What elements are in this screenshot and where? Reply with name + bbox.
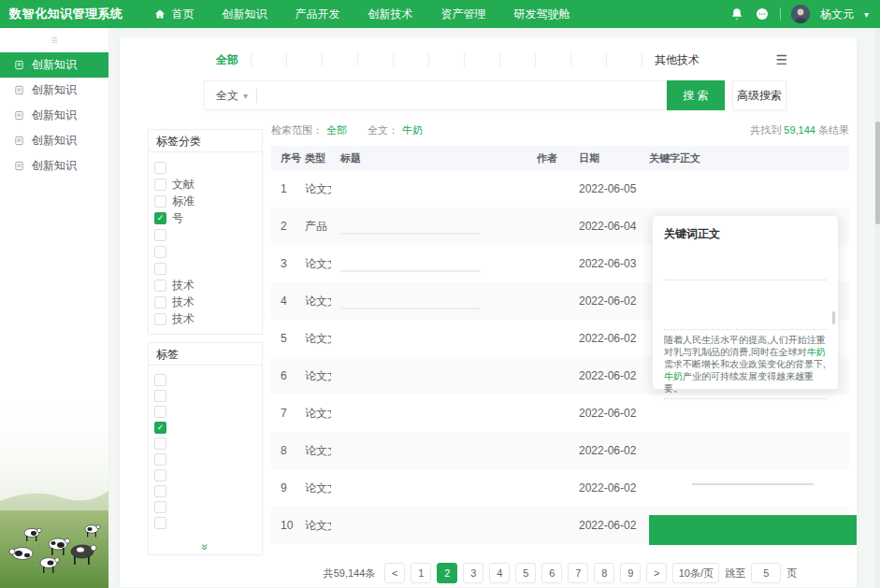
table-row[interactable]: 9论文文献2022-06-02: [271, 469, 849, 507]
nav-item-5[interactable]: 资产管理: [427, 0, 500, 28]
nav-item-6[interactable]: 研发驾驶舱: [500, 0, 584, 28]
user-name[interactable]: 杨文元: [820, 7, 854, 22]
page-button-5[interactable]: 5: [515, 563, 536, 583]
page-button-1[interactable]: 1: [411, 563, 431, 583]
row-author: [527, 208, 570, 245]
popup-scrollbar[interactable]: [832, 311, 835, 324]
page-button-4[interactable]: 4: [489, 563, 510, 583]
row-date: 2022-06-05: [570, 170, 640, 208]
message-icon[interactable]: [755, 7, 770, 22]
page-button-2[interactable]: 2: [437, 563, 457, 583]
nav-item-1[interactable]: 首页: [138, 0, 209, 28]
tag-category-option-2[interactable]: 文献: [154, 176, 256, 193]
tab-8[interactable]: [464, 53, 499, 66]
nav-item-2[interactable]: 创新知识: [209, 0, 281, 28]
tag-category-option-4[interactable]: ✓号: [154, 209, 256, 226]
page-button-8[interactable]: 8: [594, 563, 614, 583]
sidebar-item-2[interactable]: 创新知识: [0, 78, 108, 103]
tag-category-option-9[interactable]: 技术: [154, 294, 256, 310]
checkbox-icon[interactable]: [154, 517, 166, 529]
tag-option-4[interactable]: ✓: [154, 420, 256, 436]
bell-icon[interactable]: [729, 7, 744, 22]
chevron-down-icon[interactable]: ▾: [864, 9, 869, 20]
page-scrollbar[interactable]: [875, 28, 880, 588]
jump-page-input[interactable]: [751, 563, 781, 583]
tab-7[interactable]: [428, 53, 464, 66]
sidebar-item-5[interactable]: 创新知识: [0, 153, 108, 179]
page-size-select[interactable]: 10条/页: [672, 563, 719, 583]
search-scope-select[interactable]: 全文 ▾: [205, 88, 256, 104]
tab-6[interactable]: [393, 53, 428, 66]
checkbox-icon[interactable]: [154, 263, 166, 275]
tag-option-10[interactable]: [154, 515, 256, 531]
tab-11[interactable]: [570, 53, 606, 66]
advanced-search-button[interactable]: 高级搜索: [732, 80, 786, 110]
checkbox-icon[interactable]: [154, 162, 166, 174]
checkbox-checked-icon[interactable]: ✓: [154, 212, 166, 224]
tag-option-2[interactable]: [154, 388, 256, 404]
sidebar-item-4[interactable]: 创新知识: [0, 128, 108, 153]
user-avatar[interactable]: [791, 5, 810, 23]
checkbox-icon[interactable]: [154, 501, 166, 513]
page-button-6[interactable]: 6: [541, 563, 562, 583]
tag-category-option-1[interactable]: [154, 159, 256, 176]
tab-4[interactable]: [322, 53, 357, 66]
tab-5[interactable]: [357, 53, 393, 66]
expand-more-icon[interactable]: »: [199, 544, 212, 551]
tag-option-5[interactable]: [154, 436, 256, 452]
tab-1[interactable]: 全部: [204, 53, 251, 66]
checkbox-icon[interactable]: [154, 437, 166, 450]
checkbox-icon[interactable]: [154, 390, 166, 402]
tab-9[interactable]: [499, 53, 535, 66]
tab-2[interactable]: [251, 53, 286, 66]
search-input[interactable]: [257, 81, 666, 109]
checkbox-icon[interactable]: [154, 453, 166, 466]
checkbox-icon[interactable]: [154, 485, 166, 497]
collapse-sidebar-icon[interactable]: ≡: [0, 28, 108, 52]
tag-category-option-label: 标准: [172, 194, 195, 209]
tag-category-option-3[interactable]: 标准: [154, 193, 256, 209]
tab-12[interactable]: [606, 53, 642, 66]
page-button-7[interactable]: 7: [568, 563, 588, 583]
tag-option-1[interactable]: [154, 372, 256, 388]
prev-page-button[interactable]: <: [384, 563, 405, 583]
nav-item-3[interactable]: 产品开发: [281, 0, 354, 28]
checkbox-icon[interactable]: [154, 195, 166, 208]
page-scrollbar-thumb[interactable]: [875, 122, 880, 224]
tab-10[interactable]: [535, 53, 570, 66]
tag-option-6[interactable]: [154, 452, 256, 467]
nav-item-4[interactable]: 创新技术: [354, 0, 427, 28]
row-title: [331, 208, 527, 245]
tag-category-option-6[interactable]: [154, 243, 256, 260]
tab-3[interactable]: [286, 53, 322, 66]
tag-option-8[interactable]: [154, 483, 256, 499]
checkbox-icon[interactable]: [154, 296, 166, 308]
menu-icon[interactable]: ☰: [775, 52, 787, 67]
checkbox-icon[interactable]: [154, 313, 166, 325]
sidebar-item-1[interactable]: 创新知识: [0, 52, 108, 78]
tab-13[interactable]: 其他技术: [642, 53, 712, 66]
table-row[interactable]: 8论文文献2022-06-02: [271, 432, 849, 469]
checkbox-icon[interactable]: [154, 374, 166, 386]
tag-category-option-5[interactable]: [154, 226, 256, 243]
checkbox-checked-icon[interactable]: ✓: [154, 422, 166, 434]
tag-option-3[interactable]: [154, 404, 256, 420]
checkbox-icon[interactable]: [154, 229, 166, 241]
next-page-button[interactable]: >: [646, 563, 667, 583]
table-row[interactable]: 7论文文献2022-06-02: [271, 394, 849, 432]
tag-option-7[interactable]: [154, 467, 256, 483]
tag-category-option-7[interactable]: [154, 260, 256, 277]
tag-category-option-8[interactable]: 技术: [154, 277, 256, 294]
sidebar-item-3[interactable]: 创新知识: [0, 103, 108, 128]
checkbox-icon[interactable]: [154, 280, 166, 292]
table-row[interactable]: 1论文文献2022-06-05: [271, 170, 849, 208]
checkbox-icon[interactable]: [154, 179, 166, 191]
tag-category-option-10[interactable]: 技术: [154, 310, 256, 327]
checkbox-icon[interactable]: [154, 246, 166, 258]
page-button-9[interactable]: 9: [620, 563, 641, 583]
checkbox-icon[interactable]: [154, 406, 166, 418]
page-button-3[interactable]: 3: [463, 563, 483, 583]
tag-option-9[interactable]: [154, 499, 256, 515]
checkbox-icon[interactable]: [154, 469, 166, 481]
search-button[interactable]: 搜 索: [667, 80, 725, 110]
